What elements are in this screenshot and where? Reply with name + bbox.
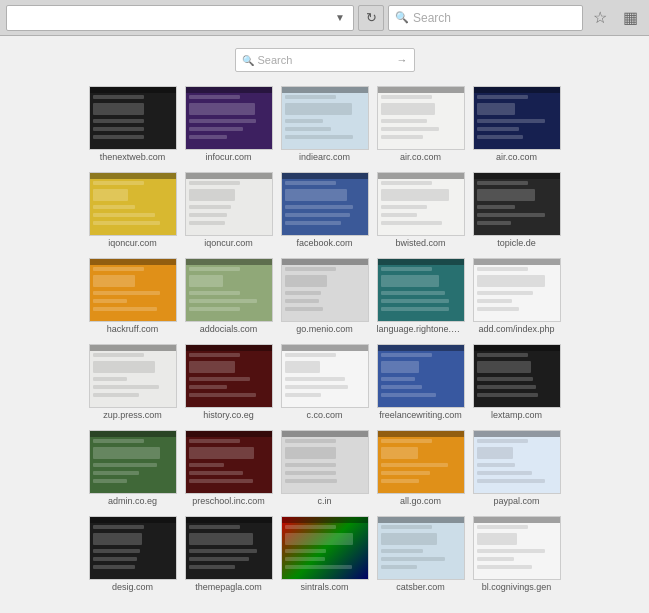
list-item[interactable]: bl.cognivings.gen [472,516,562,596]
list-item[interactable]: zup.press.com [88,344,178,424]
thumb-url-label: desig.com [89,582,177,592]
browser-search-bar[interactable]: 🔍 Search [388,5,583,31]
address-bar[interactable]: ▼ [6,5,354,31]
search-icon: 🔍 [395,11,409,24]
list-item[interactable]: themepagla.com [184,516,274,596]
list-item[interactable]: c.co.com [280,344,370,424]
list-item[interactable]: freelancewriting.com [376,344,466,424]
list-item[interactable]: add.com/index.php [472,258,562,338]
thumb-url-label: sintrals.com [281,582,369,592]
list-item[interactable]: iqoncur.com [88,172,178,252]
reload-button[interactable]: ↻ [358,5,384,31]
thumb-url-label: language.rightone.com [377,324,465,334]
thumb-url-label: c.co.com [281,410,369,420]
thumb-url-label: iqoncur.com [185,238,273,248]
list-item[interactable]: all.go.com [376,430,466,510]
thumbnails-grid: thenextweb.cominfocur.comindiearc.comair… [84,86,566,596]
inner-search-placeholder: Search [258,54,393,66]
list-item[interactable]: catsber.com [376,516,466,596]
thumb-url-label: bl.cognivings.gen [473,582,561,592]
thumb-url-label: add.com/index.php [473,324,561,334]
bookmark-button[interactable]: ☆ [587,5,613,31]
list-item[interactable]: topicle.de [472,172,562,252]
address-dropdown-button[interactable]: ▼ [333,12,347,23]
thumb-url-label: c.in [281,496,369,506]
thumb-url-label: catsber.com [377,582,465,592]
thumb-url-label: air.co.com [473,152,561,162]
inner-search-go-button[interactable]: → [397,54,408,66]
list-item[interactable]: infocur.com [184,86,274,166]
list-item[interactable]: hackruff.com [88,258,178,338]
list-item[interactable]: bwisted.com [376,172,466,252]
list-item[interactable]: language.rightone.com [376,258,466,338]
thumb-url-label: bwisted.com [377,238,465,248]
list-item[interactable]: go.menio.com [280,258,370,338]
list-item[interactable]: desig.com [88,516,178,596]
thumb-url-label: themepagla.com [185,582,273,592]
thumb-url-label: lextamp.com [473,410,561,420]
thumb-url-label: go.menio.com [281,324,369,334]
thumb-url-label: admin.co.eg [89,496,177,506]
thumb-url-label: zup.press.com [89,410,177,420]
list-item[interactable]: lextamp.com [472,344,562,424]
list-item[interactable]: indiearc.com [280,86,370,166]
thumb-url-label: preschool.inc.com [185,496,273,506]
thumb-url-label: topicle.de [473,238,561,248]
list-item[interactable]: facebook.com [280,172,370,252]
thumb-url-label: iqoncur.com [89,238,177,248]
list-item[interactable]: iqoncur.com [184,172,274,252]
inner-search-icon: 🔍 [242,55,254,66]
new-tab-page: 🔍 Search → thenextweb.cominfocur.comindi… [0,36,649,613]
thumb-url-label: paypal.com [473,496,561,506]
list-item[interactable]: thenextweb.com [88,86,178,166]
list-item[interactable]: air.co.com [376,86,466,166]
grid-button[interactable]: ▦ [617,5,643,31]
thumb-url-label: air.co.com [377,152,465,162]
list-item[interactable]: c.in [280,430,370,510]
browser-toolbar: ▼ ↻ 🔍 Search ☆ ▦ [0,0,649,36]
list-item[interactable]: paypal.com [472,430,562,510]
thumb-url-label: facebook.com [281,238,369,248]
thumb-url-label: addocials.com [185,324,273,334]
thumb-url-label: all.go.com [377,496,465,506]
thumb-url-label: indiearc.com [281,152,369,162]
thumb-url-label: history.co.eg [185,410,273,420]
inner-search-bar[interactable]: 🔍 Search → [235,48,415,72]
thumb-url-label: freelancewriting.com [377,410,465,420]
list-item[interactable]: preschool.inc.com [184,430,274,510]
thumb-url-label: thenextweb.com [89,152,177,162]
list-item[interactable]: addocials.com [184,258,274,338]
thumb-url-label: hackruff.com [89,324,177,334]
search-placeholder: Search [413,11,576,25]
list-item[interactable]: air.co.com [472,86,562,166]
list-item[interactable]: sintrals.com [280,516,370,596]
list-item[interactable]: history.co.eg [184,344,274,424]
list-item[interactable]: admin.co.eg [88,430,178,510]
thumb-url-label: infocur.com [185,152,273,162]
